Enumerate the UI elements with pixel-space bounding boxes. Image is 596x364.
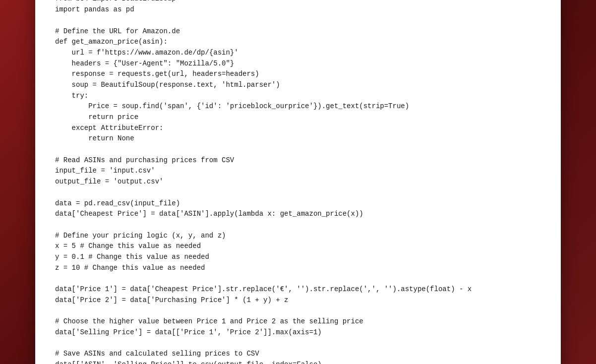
code-block: import csv import requests from bs4 impo…: [55, 0, 541, 364]
code-window: import csv import requests from bs4 impo…: [35, 0, 561, 364]
